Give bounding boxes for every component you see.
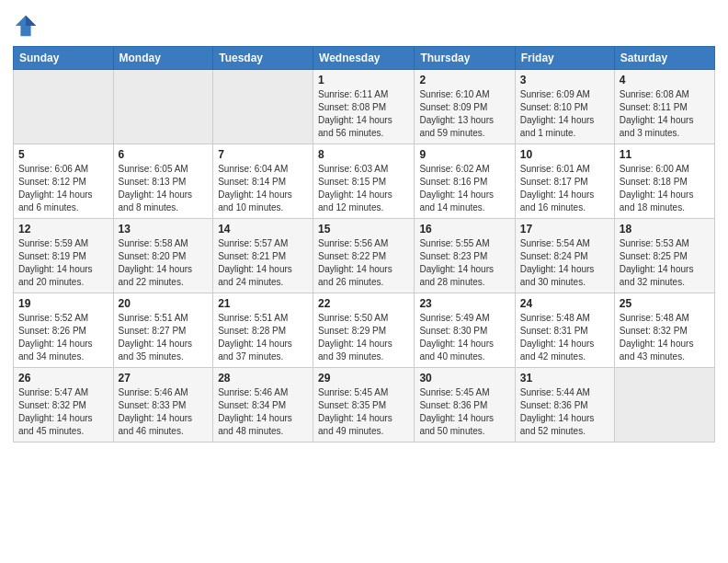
day-number: 16	[419, 223, 509, 236]
calendar-page: SundayMondayTuesdayWednesdayThursdayFrid…	[0, 0, 728, 563]
logo-icon	[13, 13, 39, 39]
calendar-week-4: 19Sunrise: 5:52 AMSunset: 8:26 PMDayligh…	[14, 293, 715, 368]
day-number: 18	[620, 223, 710, 236]
day-number: 1	[318, 74, 409, 86]
calendar-cell: 25Sunrise: 5:48 AMSunset: 8:32 PMDayligh…	[614, 293, 714, 368]
day-info: Sunrise: 5:49 AMSunset: 8:30 PMDaylight:…	[419, 312, 509, 363]
weekday-tuesday: Tuesday	[213, 47, 313, 70]
day-number: 27	[119, 372, 209, 385]
calendar-cell: 15Sunrise: 5:56 AMSunset: 8:22 PMDayligh…	[313, 219, 415, 293]
weekday-sunday: Sunday	[14, 47, 114, 70]
calendar-cell: 21Sunrise: 5:51 AMSunset: 8:28 PMDayligh…	[213, 293, 313, 368]
day-info: Sunrise: 5:48 AMSunset: 8:32 PMDaylight:…	[620, 312, 710, 363]
day-info: Sunrise: 6:03 AMSunset: 8:15 PMDaylight:…	[318, 163, 409, 214]
day-info: Sunrise: 5:52 AMSunset: 8:26 PMDaylight:…	[18, 312, 108, 363]
calendar-week-3: 12Sunrise: 5:59 AMSunset: 8:19 PMDayligh…	[14, 219, 715, 293]
calendar-cell	[614, 368, 714, 442]
day-number: 13	[119, 223, 209, 236]
calendar-cell: 28Sunrise: 5:46 AMSunset: 8:34 PMDayligh…	[213, 368, 313, 442]
calendar-cell: 16Sunrise: 5:55 AMSunset: 8:23 PMDayligh…	[415, 219, 515, 293]
calendar-cell: 30Sunrise: 5:45 AMSunset: 8:36 PMDayligh…	[415, 368, 515, 442]
calendar-cell	[113, 70, 213, 144]
day-number: 21	[218, 297, 308, 310]
day-info: Sunrise: 6:08 AMSunset: 8:11 PMDaylight:…	[620, 88, 710, 140]
calendar-cell: 3Sunrise: 6:09 AMSunset: 8:10 PMDaylight…	[515, 70, 614, 144]
calendar-cell: 20Sunrise: 5:51 AMSunset: 8:27 PMDayligh…	[113, 293, 213, 368]
day-info: Sunrise: 5:45 AMSunset: 8:36 PMDaylight:…	[419, 386, 509, 438]
calendar-week-5: 26Sunrise: 5:47 AMSunset: 8:32 PMDayligh…	[14, 368, 715, 442]
day-info: Sunrise: 5:59 AMSunset: 8:19 PMDaylight:…	[18, 237, 108, 289]
day-info: Sunrise: 5:46 AMSunset: 8:34 PMDaylight:…	[218, 386, 308, 438]
calendar-cell: 7Sunrise: 6:04 AMSunset: 8:14 PMDaylight…	[213, 144, 313, 219]
calendar-week-2: 5Sunrise: 6:06 AMSunset: 8:12 PMDaylight…	[14, 144, 715, 219]
day-number: 22	[318, 297, 409, 310]
day-number: 8	[318, 148, 409, 161]
day-info: Sunrise: 5:51 AMSunset: 8:27 PMDaylight:…	[119, 312, 209, 363]
day-info: Sunrise: 5:56 AMSunset: 8:22 PMDaylight:…	[318, 237, 409, 289]
day-number: 2	[419, 74, 509, 86]
calendar-cell: 31Sunrise: 5:44 AMSunset: 8:36 PMDayligh…	[515, 368, 614, 442]
day-number: 10	[520, 148, 609, 161]
day-number: 6	[119, 148, 209, 161]
day-number: 7	[218, 148, 308, 161]
calendar-cell: 22Sunrise: 5:50 AMSunset: 8:29 PMDayligh…	[313, 293, 415, 368]
calendar-cell: 1Sunrise: 6:11 AMSunset: 8:08 PMDaylight…	[313, 70, 415, 144]
day-info: Sunrise: 6:01 AMSunset: 8:17 PMDaylight:…	[520, 163, 609, 214]
day-number: 4	[620, 74, 710, 86]
day-info: Sunrise: 5:57 AMSunset: 8:21 PMDaylight:…	[218, 237, 308, 289]
day-number: 19	[18, 297, 108, 310]
calendar-cell: 19Sunrise: 5:52 AMSunset: 8:26 PMDayligh…	[14, 293, 114, 368]
calendar-cell: 12Sunrise: 5:59 AMSunset: 8:19 PMDayligh…	[14, 219, 114, 293]
calendar-cell: 29Sunrise: 5:45 AMSunset: 8:35 PMDayligh…	[313, 368, 415, 442]
logo	[13, 13, 40, 39]
day-number: 29	[318, 372, 409, 385]
weekday-thursday: Thursday	[415, 47, 515, 70]
calendar-cell: 10Sunrise: 6:01 AMSunset: 8:17 PMDayligh…	[515, 144, 614, 219]
day-number: 28	[218, 372, 308, 385]
calendar-cell: 4Sunrise: 6:08 AMSunset: 8:11 PMDaylight…	[614, 70, 714, 144]
day-info: Sunrise: 5:51 AMSunset: 8:28 PMDaylight:…	[218, 312, 308, 363]
day-number: 14	[218, 223, 308, 236]
day-info: Sunrise: 5:54 AMSunset: 8:24 PMDaylight:…	[520, 237, 609, 289]
calendar-cell: 11Sunrise: 6:00 AMSunset: 8:18 PMDayligh…	[614, 144, 714, 219]
calendar-cell	[213, 70, 313, 144]
calendar-cell	[14, 70, 114, 144]
calendar-cell: 14Sunrise: 5:57 AMSunset: 8:21 PMDayligh…	[213, 219, 313, 293]
day-number: 15	[318, 223, 409, 236]
day-info: Sunrise: 6:02 AMSunset: 8:16 PMDaylight:…	[419, 163, 509, 214]
day-number: 3	[520, 74, 609, 86]
weekday-header-row: SundayMondayTuesdayWednesdayThursdayFrid…	[14, 47, 715, 70]
calendar-week-1: 1Sunrise: 6:11 AMSunset: 8:08 PMDaylight…	[14, 70, 715, 144]
day-info: Sunrise: 5:48 AMSunset: 8:31 PMDaylight:…	[520, 312, 609, 363]
calendar-cell: 5Sunrise: 6:06 AMSunset: 8:12 PMDaylight…	[14, 144, 114, 219]
day-number: 9	[419, 148, 509, 161]
calendar-cell: 8Sunrise: 6:03 AMSunset: 8:15 PMDaylight…	[313, 144, 415, 219]
calendar-cell: 9Sunrise: 6:02 AMSunset: 8:16 PMDaylight…	[415, 144, 515, 219]
calendar-cell: 24Sunrise: 5:48 AMSunset: 8:31 PMDayligh…	[515, 293, 614, 368]
day-number: 26	[18, 372, 108, 385]
day-number: 17	[520, 223, 609, 236]
day-info: Sunrise: 6:05 AMSunset: 8:13 PMDaylight:…	[119, 163, 209, 214]
weekday-wednesday: Wednesday	[313, 47, 415, 70]
svg-marker-1	[26, 16, 36, 26]
day-info: Sunrise: 6:10 AMSunset: 8:09 PMDaylight:…	[419, 88, 509, 140]
day-number: 30	[419, 372, 509, 385]
day-info: Sunrise: 5:44 AMSunset: 8:36 PMDaylight:…	[520, 386, 609, 438]
calendar-cell: 27Sunrise: 5:46 AMSunset: 8:33 PMDayligh…	[113, 368, 213, 442]
calendar-cell: 18Sunrise: 5:53 AMSunset: 8:25 PMDayligh…	[614, 219, 714, 293]
calendar-body: 1Sunrise: 6:11 AMSunset: 8:08 PMDaylight…	[14, 70, 715, 442]
calendar-cell: 13Sunrise: 5:58 AMSunset: 8:20 PMDayligh…	[113, 219, 213, 293]
day-info: Sunrise: 5:55 AMSunset: 8:23 PMDaylight:…	[419, 237, 509, 289]
day-info: Sunrise: 5:53 AMSunset: 8:25 PMDaylight:…	[620, 237, 710, 289]
day-number: 20	[119, 297, 209, 310]
calendar-cell: 23Sunrise: 5:49 AMSunset: 8:30 PMDayligh…	[415, 293, 515, 368]
day-info: Sunrise: 5:46 AMSunset: 8:33 PMDaylight:…	[119, 386, 209, 438]
day-number: 24	[520, 297, 609, 310]
day-number: 5	[18, 148, 108, 161]
calendar-table: SundayMondayTuesdayWednesdayThursdayFrid…	[13, 46, 715, 442]
day-info: Sunrise: 5:47 AMSunset: 8:32 PMDaylight:…	[18, 386, 108, 438]
header	[13, 9, 715, 39]
weekday-friday: Friday	[515, 47, 614, 70]
calendar-cell: 17Sunrise: 5:54 AMSunset: 8:24 PMDayligh…	[515, 219, 614, 293]
day-info: Sunrise: 6:11 AMSunset: 8:08 PMDaylight:…	[318, 88, 409, 140]
